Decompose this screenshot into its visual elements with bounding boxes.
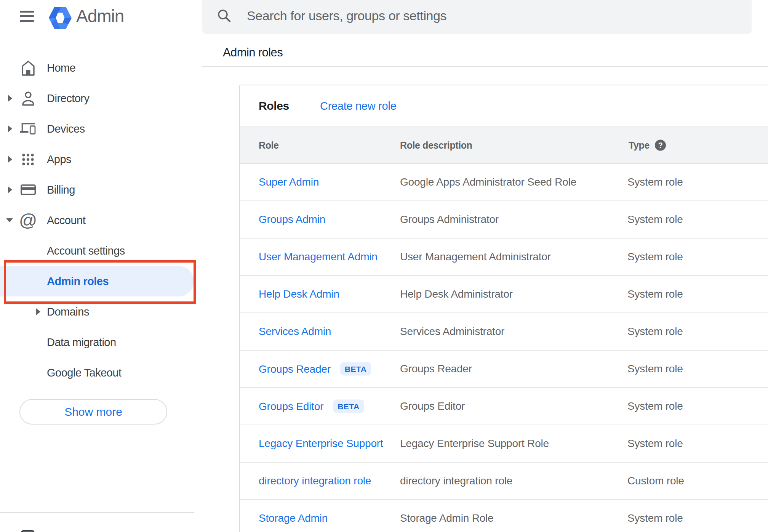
sidebar-item-billing[interactable]: Billing bbox=[0, 175, 202, 205]
table-row: Help Desk Admin BETA Help Desk Administr… bbox=[240, 276, 768, 313]
role-link[interactable]: directory integration role bbox=[259, 475, 371, 487]
role-description-cell: Services Administrator bbox=[400, 325, 504, 338]
sidebar-item-data-migration[interactable]: Data migration bbox=[0, 327, 202, 357]
table-header: Role Role description Type ? bbox=[240, 127, 768, 164]
role-type-cell: System role bbox=[627, 251, 683, 263]
sidebar-item-label: Account settings bbox=[47, 245, 125, 257]
role-type-cell: System role bbox=[627, 363, 683, 375]
role-description-cell: Groups Administrator bbox=[400, 213, 499, 226]
sidebar-item-label: Google Takeout bbox=[47, 367, 122, 379]
role-cell: User Management Admin BETA bbox=[259, 251, 378, 263]
sidebar-item-label: Billing bbox=[47, 184, 75, 196]
sidebar-item-label: Devices bbox=[47, 123, 85, 135]
role-type-cell: System role bbox=[627, 288, 683, 300]
role-description-cell: Legacy Enterprise Support Role bbox=[400, 437, 549, 450]
card-title: Roles bbox=[259, 99, 289, 112]
expand-arrow-icon[interactable] bbox=[36, 308, 40, 315]
role-cell: Legacy Enterprise Support BETA bbox=[259, 437, 383, 450]
role-type-cell: System role bbox=[627, 512, 683, 524]
expand-arrow-icon[interactable] bbox=[8, 95, 12, 102]
role-description-cell: Help Desk Administrator bbox=[400, 288, 513, 300]
role-link[interactable]: User Management Admin bbox=[259, 251, 378, 263]
table-row: Groups Reader BETA Groups Reader System … bbox=[240, 351, 768, 388]
sidebar-item-directory[interactable]: Directory bbox=[0, 83, 202, 114]
role-type-cell: System role bbox=[627, 437, 683, 450]
role-cell: Groups Admin BETA bbox=[259, 213, 325, 226]
annotation-highlight-box bbox=[4, 260, 196, 304]
collapse-arrow-icon[interactable] bbox=[6, 218, 13, 223]
sidebar-item-label: Account bbox=[47, 214, 85, 227]
expand-arrow-icon[interactable] bbox=[8, 186, 12, 193]
role-description-cell: Groups Reader bbox=[400, 363, 472, 375]
expand-arrow-icon[interactable] bbox=[8, 156, 12, 163]
sidebar-item-apps[interactable]: Apps bbox=[0, 144, 202, 175]
table-row: Groups Editor BETA Groups Editor System … bbox=[240, 388, 768, 425]
role-description-cell: User Management Administrator bbox=[400, 251, 551, 263]
search-bar[interactable] bbox=[202, 0, 752, 34]
apps-icon bbox=[20, 150, 36, 168]
expand-arrow-icon[interactable] bbox=[8, 125, 12, 132]
sidebar-item-google-takeout[interactable]: Google Takeout bbox=[0, 357, 202, 388]
sidebar-item-devices[interactable]: Devices bbox=[0, 114, 202, 144]
table-row: directory integration role BETA director… bbox=[240, 463, 768, 500]
role-description-cell: Google Apps Administrator Seed Role bbox=[400, 176, 576, 188]
home-icon bbox=[20, 59, 36, 77]
role-cell: Help Desk Admin BETA bbox=[259, 288, 339, 300]
sidebar: Home Directory Devices Apps Billing @ Ac… bbox=[0, 53, 202, 388]
role-link[interactable]: Groups Admin bbox=[259, 213, 325, 226]
role-link[interactable]: Legacy Enterprise Support bbox=[259, 437, 383, 450]
product-name: Admin bbox=[76, 5, 124, 27]
role-cell: Groups Reader BETA bbox=[259, 362, 371, 376]
table-body: Super Admin BETA Google Apps Administrat… bbox=[240, 164, 768, 532]
column-header-description: Role description bbox=[400, 140, 472, 151]
sidebar-item-label: Home bbox=[47, 62, 75, 74]
sidebar-item-home[interactable]: Home bbox=[0, 53, 202, 83]
role-type-cell: System role bbox=[627, 325, 683, 338]
beta-badge: BETA bbox=[340, 362, 371, 376]
card-header: Roles Create new role bbox=[240, 85, 768, 127]
menu-icon[interactable] bbox=[20, 11, 34, 22]
search-input[interactable] bbox=[247, 8, 704, 23]
directory-icon bbox=[20, 89, 36, 107]
role-cell: directory integration role BETA bbox=[259, 475, 371, 487]
table-row: Storage Admin BETA Storage Admin Role Sy… bbox=[240, 500, 768, 532]
sidebar-item-label: Domains bbox=[47, 306, 89, 318]
role-cell: Storage Admin BETA bbox=[259, 512, 328, 524]
sidebar-item-label: Directory bbox=[47, 92, 90, 105]
sidebar-item-account[interactable]: @ Account bbox=[0, 205, 202, 236]
role-cell: Super Admin BETA bbox=[259, 176, 319, 188]
role-description-cell: Storage Admin Role bbox=[400, 512, 493, 524]
table-row: User Management Admin BETA User Manageme… bbox=[240, 239, 768, 276]
search-icon bbox=[216, 8, 232, 23]
table-row: Groups Admin BETA Groups Administrator S… bbox=[240, 201, 768, 239]
create-new-role-link[interactable]: Create new role bbox=[320, 100, 396, 112]
role-type-cell: System role bbox=[627, 176, 683, 188]
role-link[interactable]: Groups Reader bbox=[259, 363, 331, 375]
beta-badge: BETA bbox=[333, 400, 364, 413]
table-row: Super Admin BETA Google Apps Administrat… bbox=[240, 164, 768, 201]
billing-icon bbox=[20, 181, 36, 199]
role-description-cell: directory integration role bbox=[400, 475, 512, 487]
column-header-role: Role bbox=[259, 140, 279, 151]
role-link[interactable]: Services Admin bbox=[259, 325, 331, 338]
title-divider bbox=[202, 66, 768, 67]
role-cell: Services Admin BETA bbox=[259, 325, 331, 338]
table-row: Legacy Enterprise Support BETA Legacy En… bbox=[240, 425, 768, 463]
role-type-cell: Custom role bbox=[627, 475, 684, 487]
clipped-sidebar-icon bbox=[21, 530, 35, 532]
role-cell: Groups Editor BETA bbox=[259, 400, 364, 413]
role-link[interactable]: Help Desk Admin bbox=[259, 288, 339, 300]
help-icon[interactable]: ? bbox=[655, 140, 666, 151]
page-title: Admin roles bbox=[223, 46, 283, 59]
column-header-type: Type bbox=[629, 140, 650, 151]
role-link[interactable]: Storage Admin bbox=[259, 512, 328, 524]
role-description-cell: Groups Editor bbox=[400, 400, 465, 412]
devices-icon bbox=[20, 120, 36, 138]
sidebar-divider bbox=[0, 512, 194, 513]
roles-card: Roles Create new role Role Role descript… bbox=[239, 85, 768, 532]
role-type-cell: System role bbox=[627, 213, 683, 226]
sidebar-item-label: Data migration bbox=[47, 336, 116, 349]
show-more-button[interactable]: Show more bbox=[19, 399, 167, 425]
role-link[interactable]: Groups Editor bbox=[259, 400, 323, 412]
role-link[interactable]: Super Admin bbox=[259, 176, 319, 188]
